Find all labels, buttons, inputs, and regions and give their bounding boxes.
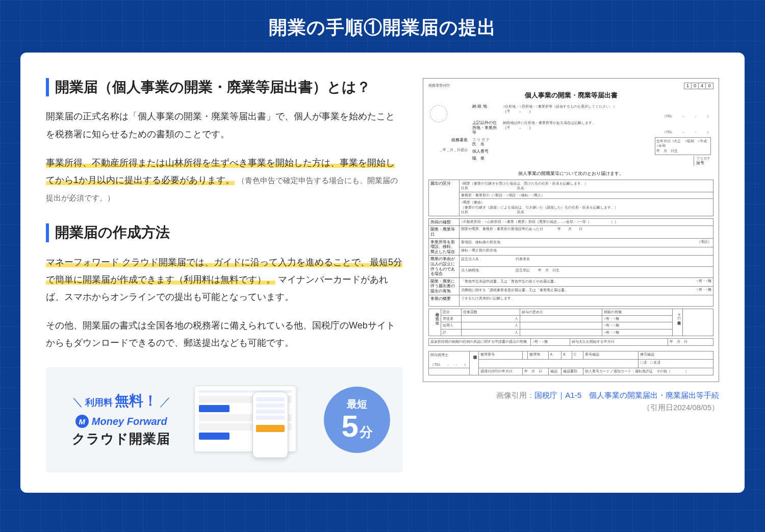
mock-phone: [252, 392, 288, 458]
form-title: 個人事業の開業・廃業等届出書: [428, 91, 713, 99]
section1-para1: 開業届の正式名称は「個人事業の開業・廃業等届出書」で、個人が事業を始めたことを税…: [46, 108, 402, 142]
promo-mockup: [194, 382, 314, 458]
content-card: 開業届（個人事業の開業・廃業等届出書）とは？ 開業届の正式名称は「個人事業の開業…: [20, 53, 745, 493]
mf-logo: M Money Forward: [58, 415, 184, 428]
stamp-circle: [430, 105, 447, 122]
mf-logo-icon: M: [75, 415, 89, 428]
promo-product-name: クラウド開業届: [58, 430, 184, 448]
section2-para2: その他、開業届の書式は全国各地の税務署に備えられている他、国税庁のWebサイトか…: [46, 317, 402, 351]
section2-para1: マネーフォワード クラウド開業届では、ガイドに沿って入力を進めることで、最短5分…: [46, 254, 402, 306]
mf-logo-text: Money Forward: [92, 416, 167, 427]
form-code: 1040: [684, 83, 713, 89]
citation: 画像引用：国税庁｜A1-5 個人事業の開業届出・廃業届出等手続 （引用日2024…: [496, 389, 719, 414]
promo-left: ＼ 利用料 無料！ ／ M Money Forward クラウド開業届: [58, 391, 184, 448]
page-title: 開業の手順①開業届の提出: [20, 15, 745, 40]
left-column: 開業届（個人事業の開業・廃業等届出書）とは？ 開業届の正式名称は「個人事業の開業…: [46, 78, 402, 472]
section1-para2: 事業所得、不動産所得または山林所得を生ずべき事業を開始した方は、事業を開始してか…: [46, 154, 402, 207]
promo-banner[interactable]: ＼ 利用料 無料！ ／ M Money Forward クラウド開業届: [46, 367, 402, 472]
form-document-image: 税務署受付印 1040 個人事業の開業・廃業等届出書 税務署長 ＿年＿月＿日提出…: [423, 78, 719, 382]
promo-free-line: ＼ 利用料 無料！ ／: [58, 391, 184, 411]
right-column: 税務署受付印 1040 個人事業の開業・廃業等届出書 税務署長 ＿年＿月＿日提出…: [423, 78, 719, 472]
section1-heading: 開業届（個人事業の開業・廃業等届出書）とは？: [46, 78, 402, 96]
citation-link[interactable]: 国税庁｜A1-5 個人事業の開業届出・廃業届出等手続: [534, 391, 719, 399]
promo-badge: 最短 5 分: [324, 387, 390, 453]
section2-heading: 開業届の作成方法: [46, 223, 402, 242]
